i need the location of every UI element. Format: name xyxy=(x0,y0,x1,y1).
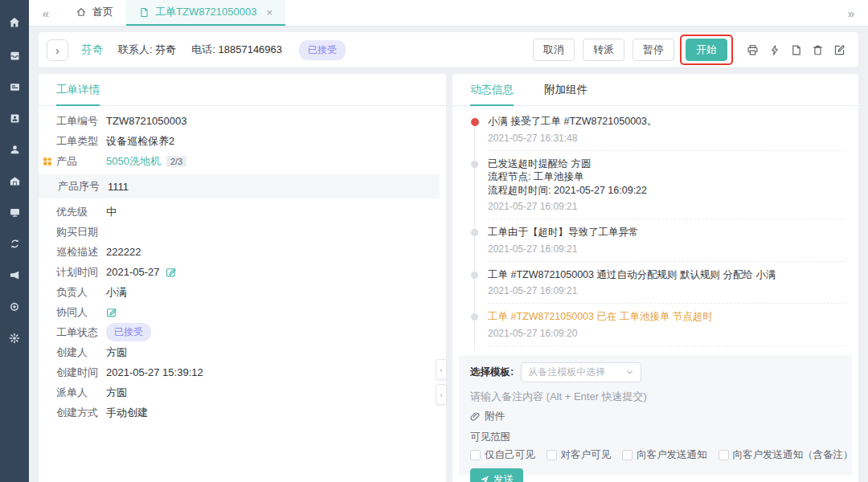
transfer-button[interactable]: 转派 xyxy=(583,39,624,61)
field-label: 产品 xyxy=(56,154,106,169)
sidebar-item-home[interactable] xyxy=(0,5,29,40)
tab-workorder-detail[interactable]: 工单详情 xyxy=(56,74,100,105)
visibility-option[interactable]: 向客户发送通知 xyxy=(622,448,707,462)
activity-panel: 动态信息附加组件 小满 接受了工单 #TZW8721050003。 2021-0… xyxy=(452,74,858,482)
phone-label: 电话: xyxy=(191,43,215,55)
edit-icon[interactable] xyxy=(106,307,117,318)
activity-entry: 工单由于【超时】导致了工单异常 2021-05-27 16:09:21 xyxy=(488,219,845,262)
sidebar-item-service[interactable] xyxy=(0,134,29,165)
visibility-option[interactable]: 仅自己可见 xyxy=(470,448,535,462)
field-value-cell: 2021-05-27 15:39:12 xyxy=(106,366,203,379)
visibility-option[interactable]: 对客户可见 xyxy=(547,448,612,462)
activity-timestamp: 2021-05-27 16:09:21 xyxy=(488,243,842,255)
template-select[interactable]: 从备注模板中选择 xyxy=(521,362,641,382)
field-value-cell: 手动创建 xyxy=(106,406,148,420)
timeline-dot xyxy=(471,313,478,321)
sidebar-item-exchange[interactable] xyxy=(0,228,29,259)
activity-entry: 工单 #TZW8721050003 通过自动分配规则 默认规则 分配给 小满 2… xyxy=(488,262,845,304)
cancel-button[interactable]: 取消 xyxy=(533,39,575,61)
tab-home[interactable]: 首页 xyxy=(63,0,126,26)
detail-field-row: 工单状态 已接受 xyxy=(56,322,428,342)
field-label: 巡检描述 xyxy=(56,245,106,259)
field-value: 222222 xyxy=(106,246,141,258)
detail-field-row: 创建人 方圆 xyxy=(56,342,428,362)
print-icon[interactable] xyxy=(742,44,764,56)
visibility-label: 可见范围 xyxy=(470,431,841,444)
field-label: 创建时间 xyxy=(56,366,106,380)
product-link[interactable]: 5050洗地机 xyxy=(106,154,161,169)
note-form: 选择模板: 从备注模板中选择 请输入备注内容 (Alt + Enter 快速提交… xyxy=(459,355,852,476)
activity-entry: 小满 接受了工单 #TZW8721050003。 2021-05-27 16:3… xyxy=(488,108,845,151)
detail-field-row: 创建方式 手动创建 xyxy=(56,402,428,423)
field-value: 2021-05-27 xyxy=(106,266,160,278)
collapse-tabs-icon[interactable]: « xyxy=(29,0,63,26)
detail-field-row: 计划时间 2021-05-27 xyxy=(56,262,428,282)
detail-field-row: 负责人 小满 xyxy=(56,282,428,302)
edit-icon[interactable] xyxy=(166,267,177,278)
field-label: 购买日期 xyxy=(56,225,106,239)
visibility-option[interactable]: 向客户发送通知（含备注） xyxy=(719,448,854,462)
visibility-options: 仅自己可见 对客户可见 向客户发送通知 向客户发送通知（含备注） xyxy=(470,448,841,462)
activity-text: 已发送超时提醒给 方圆 xyxy=(488,157,842,171)
sidebar-item-settings[interactable] xyxy=(0,322,29,353)
attachment-button[interactable]: 附件 xyxy=(470,410,841,423)
checkbox-icon[interactable] xyxy=(719,450,729,460)
field-value-cell: 222222 xyxy=(106,245,141,259)
activity-text: 工单 #TZW8721050003 通过自动分配规则 默认规则 分配给 小满 xyxy=(488,268,842,282)
timeline-dot xyxy=(471,118,479,126)
field-value: 中 xyxy=(106,205,117,219)
sidebar-item-orders[interactable] xyxy=(0,40,29,71)
activity-text: 流程节点: 工单池接单 xyxy=(488,170,842,184)
field-value-cell: 中 xyxy=(106,205,117,219)
annotation-highlight-box: 开始 xyxy=(680,35,733,65)
field-value-cell: 设备巡检保养2 xyxy=(106,134,174,149)
checkbox-icon[interactable] xyxy=(470,450,481,460)
tab-activity[interactable]: 动态信息 xyxy=(470,74,514,105)
detail-field-row: 产品 5050洗地机2/3 xyxy=(56,151,428,171)
contact-label: 联系人: xyxy=(118,43,153,55)
panel-divider: ‹ › xyxy=(436,359,447,405)
sidebar-item-customer[interactable] xyxy=(0,103,29,134)
close-tab-icon[interactable]: × xyxy=(266,6,272,18)
checkbox-icon[interactable] xyxy=(547,450,557,460)
note-input[interactable]: 请输入备注内容 (Alt + Enter 快速提交) xyxy=(470,390,841,404)
field-label: 工单状态 xyxy=(56,325,106,340)
home-outline-icon xyxy=(76,6,87,18)
detail-panel: 工单详情 工单编号 TZW8721050003 工单类型 设备巡检保养2 产品 … xyxy=(39,74,446,482)
sidebar-item-report[interactable] xyxy=(0,197,29,228)
detail-field-row: 协同人 xyxy=(56,302,428,322)
tab-components[interactable]: 附加组件 xyxy=(544,74,588,105)
field-label: 产品序号 xyxy=(58,179,108,194)
send-button[interactable]: 发送 xyxy=(470,468,523,482)
sidebar-item-announcement[interactable] xyxy=(0,259,29,291)
status-badge: 已接受 xyxy=(299,40,346,60)
template-select-placeholder: 从备注模板中选择 xyxy=(528,366,605,379)
service-icon xyxy=(9,144,21,156)
tab-workorder[interactable]: 工单TZW8721050003 × xyxy=(126,0,285,26)
attachment-label: 附件 xyxy=(485,410,505,423)
delete-icon[interactable] xyxy=(807,44,829,56)
sidebar-item-warehouse[interactable] xyxy=(0,165,29,197)
report-icon xyxy=(9,206,21,219)
flash-icon[interactable] xyxy=(764,44,785,56)
detail-field-row: 优先级 中 xyxy=(56,202,428,222)
sidebar-item-workorder[interactable] xyxy=(0,71,29,103)
activity-timestamp: 2021-05-27 16:09:21 xyxy=(488,201,842,212)
orders-icon xyxy=(9,50,21,62)
pause-button[interactable]: 暂停 xyxy=(633,39,674,61)
checkbox-icon[interactable] xyxy=(622,450,633,460)
collapse-left-handle[interactable]: ‹ xyxy=(436,359,447,380)
edit-icon[interactable] xyxy=(829,44,850,56)
sidebar-item-location[interactable] xyxy=(0,291,29,322)
start-button[interactable]: 开始 xyxy=(686,39,727,61)
field-value-cell xyxy=(106,305,117,319)
collapse-right-handle[interactable]: › xyxy=(436,384,447,405)
toolbar-actions: 取消转派暂停开始 xyxy=(525,35,850,65)
main-area: « 首页 工单TZW8721050003 × » › 芬奇 联系人: 芬奇 电话… xyxy=(29,0,868,482)
product-grid-icon xyxy=(43,157,52,166)
expand-detail-button[interactable]: › xyxy=(47,39,68,61)
expand-tabs-icon[interactable]: » xyxy=(834,0,868,26)
activity-text: 工单 #TZW8721050003 已在 工单池接单 节点超时 xyxy=(488,310,842,324)
copy-icon[interactable] xyxy=(785,44,807,56)
assignee-name[interactable]: 芬奇 xyxy=(81,43,103,57)
